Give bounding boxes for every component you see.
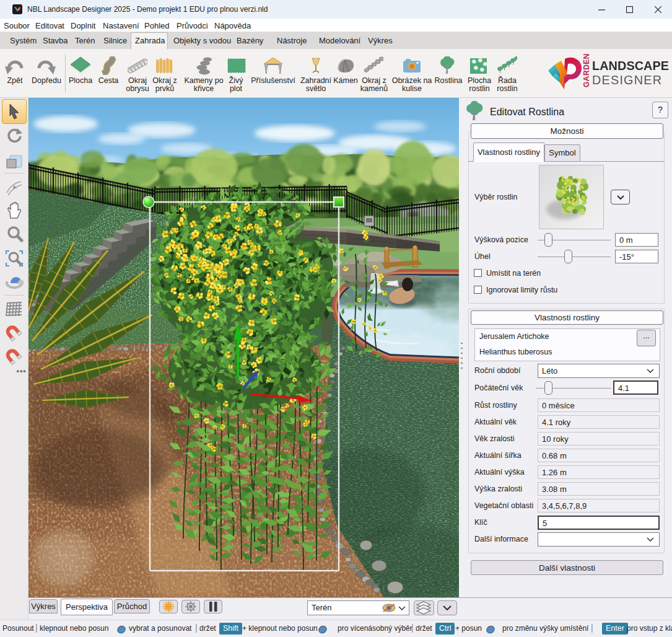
svg-text:✺: ✺ — [473, 64, 478, 71]
svg-text:✺: ✺ — [479, 66, 484, 73]
